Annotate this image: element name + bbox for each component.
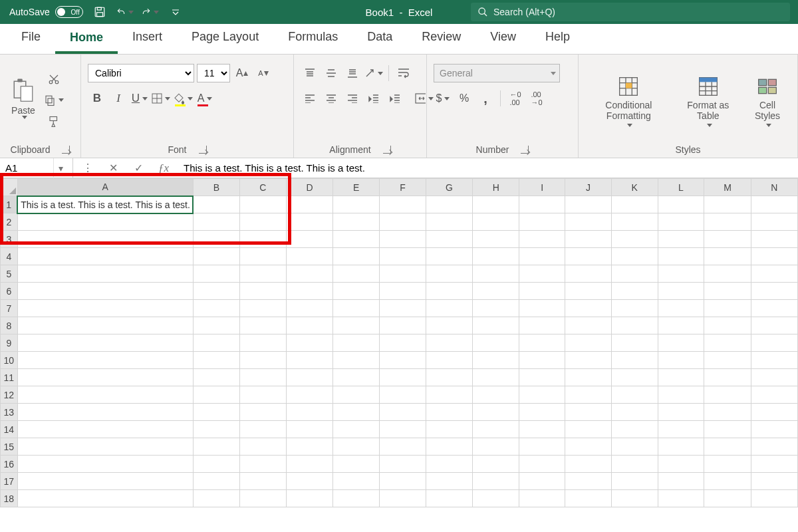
cell[interactable] bbox=[380, 334, 426, 352]
cell[interactable] bbox=[239, 404, 286, 421]
cell[interactable] bbox=[426, 456, 472, 473]
clipboard-launcher-icon[interactable] bbox=[62, 146, 70, 154]
cell[interactable] bbox=[519, 473, 565, 490]
cell[interactable] bbox=[658, 421, 704, 438]
cell[interactable]: This is a test. This is a test. This is … bbox=[17, 196, 193, 213]
search-box[interactable] bbox=[471, 3, 790, 21]
font-color-icon[interactable]: A bbox=[196, 89, 214, 108]
cell[interactable] bbox=[611, 490, 658, 507]
cell[interactable] bbox=[658, 248, 704, 265]
cell[interactable] bbox=[519, 404, 565, 421]
cell[interactable] bbox=[519, 490, 565, 507]
cell[interactable] bbox=[193, 283, 239, 300]
cell[interactable] bbox=[611, 231, 658, 248]
column-header[interactable]: C bbox=[239, 179, 286, 196]
cell[interactable] bbox=[17, 456, 193, 473]
cell[interactable] bbox=[473, 369, 519, 386]
cell[interactable] bbox=[286, 317, 332, 334]
align-left-icon[interactable] bbox=[301, 89, 319, 108]
font-launcher-icon[interactable] bbox=[199, 146, 207, 154]
save-icon[interactable] bbox=[91, 3, 108, 21]
cell[interactable] bbox=[473, 300, 519, 317]
cell[interactable] bbox=[286, 196, 332, 213]
cell[interactable] bbox=[473, 421, 519, 438]
tab-view[interactable]: View bbox=[475, 23, 531, 54]
cell[interactable] bbox=[704, 265, 751, 283]
cell[interactable] bbox=[704, 248, 751, 265]
cell[interactable] bbox=[426, 369, 472, 386]
cell[interactable] bbox=[426, 438, 472, 456]
cell[interactable] bbox=[611, 404, 658, 421]
cell[interactable] bbox=[17, 300, 193, 317]
cell[interactable] bbox=[333, 283, 380, 300]
cell[interactable] bbox=[704, 473, 751, 490]
cell[interactable] bbox=[239, 334, 286, 352]
cell[interactable] bbox=[611, 352, 658, 369]
cell[interactable] bbox=[426, 231, 472, 248]
cell[interactable] bbox=[473, 404, 519, 421]
cell[interactable] bbox=[751, 213, 797, 231]
cell[interactable] bbox=[473, 213, 519, 231]
tab-file[interactable]: File bbox=[7, 23, 55, 54]
cell[interactable] bbox=[426, 386, 472, 404]
row-header[interactable]: 18 bbox=[1, 490, 18, 507]
cell[interactable] bbox=[333, 265, 380, 283]
conditional-formatting-button[interactable]: Conditional Formatting bbox=[585, 61, 672, 142]
cell[interactable] bbox=[426, 334, 472, 352]
cell[interactable] bbox=[239, 283, 286, 300]
cell[interactable] bbox=[611, 265, 658, 283]
cell[interactable] bbox=[333, 490, 380, 507]
cell[interactable] bbox=[751, 438, 797, 456]
row-header[interactable]: 8 bbox=[1, 317, 18, 334]
cell[interactable] bbox=[611, 386, 658, 404]
cell[interactable] bbox=[333, 369, 380, 386]
tab-home[interactable]: Home bbox=[55, 24, 118, 54]
cell[interactable] bbox=[519, 213, 565, 231]
cell[interactable] bbox=[17, 438, 193, 456]
cell[interactable] bbox=[193, 473, 239, 490]
cell[interactable] bbox=[380, 265, 426, 283]
cell[interactable] bbox=[704, 352, 751, 369]
comma-format-icon[interactable]: , bbox=[476, 89, 495, 108]
cell[interactable] bbox=[473, 386, 519, 404]
cell[interactable] bbox=[17, 231, 193, 248]
column-header[interactable]: M bbox=[704, 179, 751, 196]
font-name-select[interactable]: Calibri bbox=[88, 64, 194, 82]
cell[interactable] bbox=[704, 334, 751, 352]
cell[interactable] bbox=[286, 404, 332, 421]
cell[interactable] bbox=[658, 213, 704, 231]
cell[interactable] bbox=[239, 300, 286, 317]
column-header[interactable]: K bbox=[611, 179, 658, 196]
cell[interactable] bbox=[658, 404, 704, 421]
row-header[interactable]: 3 bbox=[1, 231, 18, 248]
qat-customize-icon[interactable] bbox=[167, 3, 184, 21]
cell[interactable] bbox=[380, 421, 426, 438]
cell[interactable] bbox=[286, 352, 332, 369]
name-box[interactable] bbox=[0, 162, 53, 174]
paste-button[interactable]: Paste bbox=[7, 59, 40, 142]
cell[interactable] bbox=[473, 248, 519, 265]
format-painter-icon[interactable] bbox=[45, 112, 63, 131]
cell[interactable] bbox=[704, 456, 751, 473]
cell[interactable] bbox=[286, 248, 332, 265]
cell[interactable] bbox=[611, 421, 658, 438]
cell[interactable] bbox=[704, 438, 751, 456]
alignment-launcher-icon[interactable] bbox=[383, 146, 391, 154]
cell[interactable] bbox=[519, 317, 565, 334]
cell[interactable] bbox=[611, 317, 658, 334]
tab-review[interactable]: Review bbox=[407, 23, 475, 54]
decrease-indent-icon[interactable] bbox=[364, 89, 383, 108]
cell[interactable] bbox=[751, 352, 797, 369]
cell[interactable] bbox=[751, 300, 797, 317]
enter-formula-icon[interactable]: ✓ bbox=[126, 158, 150, 178]
tab-insert[interactable]: Insert bbox=[118, 23, 177, 54]
cell[interactable] bbox=[286, 490, 332, 507]
cell[interactable] bbox=[473, 352, 519, 369]
cell[interactable] bbox=[611, 456, 658, 473]
cell[interactable] bbox=[658, 369, 704, 386]
cell[interactable] bbox=[286, 386, 332, 404]
cell[interactable] bbox=[193, 265, 239, 283]
increase-indent-icon[interactable] bbox=[386, 89, 404, 108]
cell[interactable] bbox=[565, 231, 611, 248]
tab-page-layout[interactable]: Page Layout bbox=[177, 23, 273, 54]
